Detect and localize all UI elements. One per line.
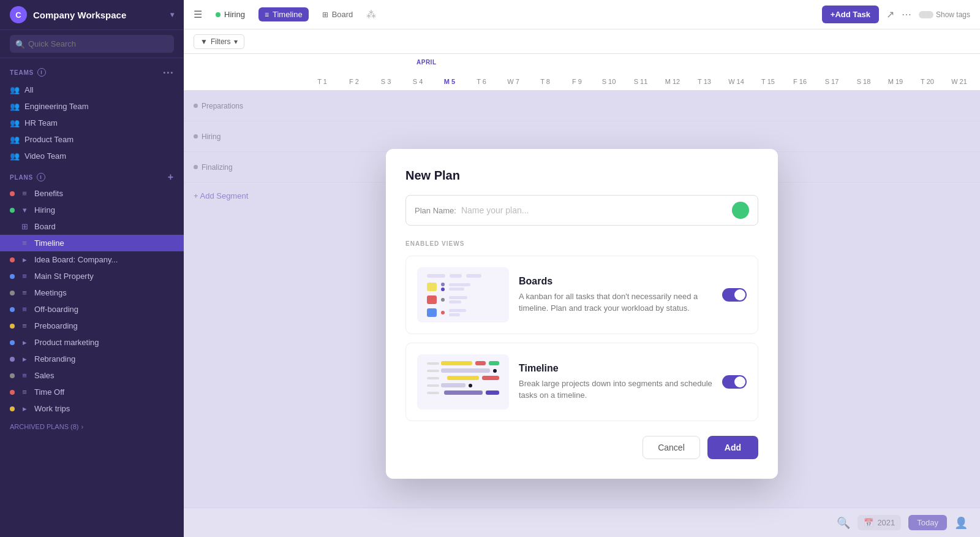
plan-sales[interactable]: ≡ Sales (0, 367, 184, 384)
boards-preview (417, 267, 509, 322)
tl-day-w14: W 14 (720, 78, 752, 90)
hiring-tab[interactable]: Hiring (209, 7, 251, 21)
timeoff-icon: ≡ (20, 387, 29, 397)
benefits-icon: ≡ (20, 189, 29, 198)
timeline-view-desc: Break large projects down into segments … (519, 378, 712, 402)
benefits-dot (10, 191, 15, 196)
show-tags-toggle[interactable]: Show tags (919, 10, 970, 19)
plan-name-input[interactable] (461, 205, 727, 215)
timeline-icon: ≡ (20, 238, 29, 248)
board-icon: ⊞ (20, 222, 29, 231)
tl-day-m5: M 5 (434, 78, 466, 90)
rebrand-icon: ▸ (20, 354, 29, 364)
sidebar-item-product[interactable]: 👥 Product Team (0, 131, 184, 148)
add-button[interactable]: Add (707, 436, 758, 459)
modal-footer: Cancel Add (405, 436, 758, 459)
workspace-logo: C (10, 6, 27, 23)
plan-board[interactable]: ⊞ Board (0, 218, 184, 235)
plan-name-row: Plan Name: (405, 195, 758, 226)
sidebar-item-label: All (24, 85, 33, 94)
tl-day-t13: T 13 (688, 78, 720, 90)
sidebar-item-hr[interactable]: 👥 HR Team (0, 115, 184, 131)
plan-timeline[interactable]: ≡ Timeline (0, 235, 184, 251)
sidebar-item-engineering[interactable]: 👥 Engineering Team (0, 98, 184, 115)
boards-toggle[interactable] (722, 288, 747, 302)
teams-more-icon[interactable]: ⋯ (162, 66, 174, 79)
plan-label: Rebranding (34, 354, 75, 364)
add-task-button[interactable]: +Add Task (822, 6, 879, 23)
tl-day-t6: T 6 (466, 78, 497, 90)
topbar: ☰ Hiring ≡ Timeline ⊞ Board ⁂ +Add Task … (184, 0, 980, 29)
timeline-view-info: Timeline Break large projects down into … (519, 363, 712, 402)
plans-info-icon[interactable]: i (37, 173, 45, 181)
sparkle-icon[interactable]: ⁂ (366, 9, 376, 20)
tl-day-t20: T 20 (911, 78, 943, 90)
trips-dot (10, 406, 15, 411)
timeline-dates: T 1 F 2 S 3 S 4 M 5 T 6 W 7 T 8 F 9 S 10… (184, 54, 975, 90)
tl-day-s10: S 10 (593, 78, 625, 90)
teams-section-label: TEAMS i ⋯ (0, 58, 184, 82)
sidebar-item-video[interactable]: 👥 Video Team (0, 148, 184, 164)
timeline-view-option: Timeline Break large projects down into … (405, 343, 758, 421)
hiring-status-dot (216, 12, 221, 17)
plan-rebranding[interactable]: ▸ Rebranding (0, 351, 184, 367)
tl-day-s3: S 3 (370, 78, 402, 90)
teams-info-icon[interactable]: i (37, 68, 46, 77)
more-icon[interactable]: ⋯ (902, 9, 911, 20)
plan-meetings[interactable]: ≡ Meetings (0, 284, 184, 301)
filters-button[interactable]: ▼ Filters ▾ (194, 34, 244, 49)
tl-day-s4: S 4 (402, 78, 434, 90)
timeline-tab-icon: ≡ (265, 10, 269, 19)
boards-view-option: Boards A kanban for all tasks that don't… (405, 256, 758, 334)
timeoff-dot (10, 390, 15, 395)
plans-add-icon[interactable]: + (168, 172, 174, 183)
topbar-right: +Add Task ↗ ⋯ Show tags (822, 6, 970, 23)
workspace-dropdown-icon[interactable]: ▾ (170, 10, 174, 19)
plan-idea-board[interactable]: ▸ Idea Board: Company... (0, 251, 184, 268)
color-picker[interactable] (732, 202, 749, 219)
tl-day-m12: M 12 (657, 78, 688, 90)
mainst-icon: ≡ (20, 272, 29, 281)
plan-label: Hiring (34, 205, 55, 215)
plan-product-marketing[interactable]: ▸ Product marketing (0, 334, 184, 351)
hiring-chevron: ▾ (20, 205, 29, 215)
tl-day-t15: T 15 (752, 78, 784, 90)
plan-work-trips[interactable]: ▸ Work trips (0, 400, 184, 417)
plan-hiring[interactable]: ▾ Hiring (0, 202, 184, 218)
plan-label: Idea Board: Company... (34, 255, 118, 264)
enabled-views-label: ENABLED VIEWS (405, 240, 758, 247)
sidebar-item-all[interactable]: 👥 All (0, 82, 184, 98)
plan-label: Sales (34, 371, 55, 380)
plan-time-off[interactable]: ≡ Time Off (0, 384, 184, 400)
hiring-label: Hiring (224, 10, 245, 19)
tl-day-f9: F 9 (561, 78, 593, 90)
timeline-tab[interactable]: ≡ Timeline (258, 7, 309, 21)
plan-label: Product marketing (34, 338, 99, 347)
timeline-toggle[interactable] (722, 375, 747, 389)
search-input[interactable] (10, 35, 174, 53)
plan-benefits[interactable]: ≡ Benefits (0, 185, 184, 202)
archived-chevron-icon: › (81, 423, 83, 430)
archived-plans[interactable]: ARCHIVED PLANS (8) › (0, 417, 184, 436)
modal-title: New Plan (405, 169, 758, 183)
sales-dot (10, 373, 15, 378)
share-icon[interactable]: ↗ (886, 9, 894, 20)
preboard-dot (10, 324, 15, 329)
hr-icon: 👥 (10, 118, 20, 128)
sidebar-header[interactable]: C Company Workspace ▾ (0, 0, 184, 30)
plan-offboarding[interactable]: ≡ Off-boarding (0, 301, 184, 318)
search-icon: 🔍 (15, 39, 25, 48)
menu-icon[interactable]: ☰ (194, 9, 202, 20)
tl-day-s11: S 11 (625, 78, 657, 90)
meetings-dot (10, 291, 15, 295)
board-tab[interactable]: ⊞ Board (316, 7, 360, 21)
plan-preboarding[interactable]: ≡ Preboarding (0, 318, 184, 334)
tl-day-f16: F 16 (784, 78, 816, 90)
plan-main-st[interactable]: ≡ Main St Property (0, 268, 184, 284)
engineering-icon: 👥 (10, 102, 20, 111)
main-content: ☰ Hiring ≡ Timeline ⊞ Board ⁂ +Add Task … (184, 0, 980, 537)
workspace-name: Company Workspace (33, 10, 126, 20)
timeline-body: Preparations Hiring Finalizing + Add Seg… (184, 91, 980, 537)
cancel-button[interactable]: Cancel (643, 436, 700, 459)
trips-icon: ▸ (20, 404, 29, 413)
